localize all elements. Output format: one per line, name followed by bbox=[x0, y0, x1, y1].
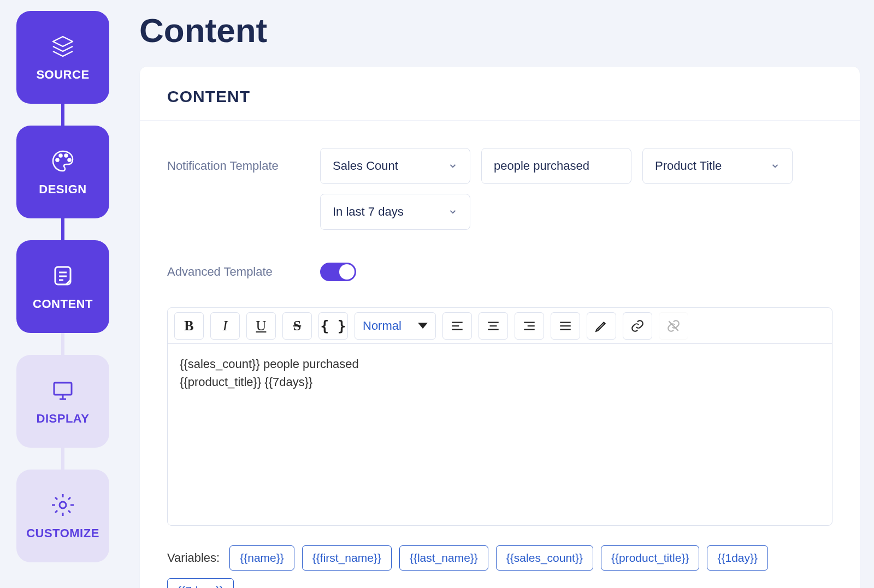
editor-toolbar: B I U S { } Normal bbox=[168, 308, 832, 344]
unlink-button bbox=[659, 312, 688, 340]
card-header: CONTENT bbox=[140, 67, 860, 121]
step-connector bbox=[61, 218, 64, 240]
align-center-button[interactable] bbox=[479, 312, 508, 340]
card-header-title: CONTENT bbox=[167, 87, 832, 106]
step-connector bbox=[61, 448, 64, 470]
timeframe-select-value: In last 7 days bbox=[333, 205, 404, 219]
editor-line: {{sales_count}} people purchased bbox=[180, 355, 820, 373]
code-button[interactable]: { } bbox=[318, 312, 348, 340]
step-label: DISPLAY bbox=[37, 412, 90, 426]
subject-select[interactable]: Product Title bbox=[642, 148, 793, 184]
variable-tag[interactable]: {{name}} bbox=[229, 545, 294, 571]
svg-point-3 bbox=[65, 155, 68, 157]
template-select[interactable]: Sales Count bbox=[320, 148, 470, 184]
step-label: CONTENT bbox=[33, 297, 93, 311]
variables-row: Variables: {{name}} {{first_name}} {{las… bbox=[167, 545, 832, 588]
variable-tag[interactable]: {{sales_count}} bbox=[496, 545, 593, 571]
chevron-down-icon bbox=[770, 161, 780, 171]
toggle-knob bbox=[339, 264, 355, 280]
align-justify-button[interactable] bbox=[551, 312, 580, 340]
step-connector bbox=[61, 333, 64, 355]
svg-point-4 bbox=[68, 159, 71, 162]
step-sidebar: SOURCE DESIGN CONTENT bbox=[16, 11, 109, 562]
monitor-icon bbox=[49, 377, 76, 404]
text-style-select[interactable]: Normal bbox=[355, 312, 436, 340]
step-label: SOURCE bbox=[36, 68, 89, 82]
variables-label: Variables: bbox=[167, 551, 220, 565]
main-content: Content CONTENT Notification Template Sa… bbox=[139, 11, 874, 588]
svg-point-1 bbox=[56, 159, 59, 162]
variable-tag[interactable]: {{7days}} bbox=[167, 578, 234, 588]
step-label: CUSTOMIZE bbox=[26, 526, 99, 541]
advanced-template-row: Advanced Template bbox=[140, 230, 860, 281]
rich-text-editor: B I U S { } Normal bbox=[167, 307, 832, 526]
verb-input-value: people purchased bbox=[494, 159, 589, 173]
svg-marker-0 bbox=[53, 37, 73, 46]
notification-template-label: Notification Template bbox=[167, 159, 309, 173]
step-label: DESIGN bbox=[39, 182, 86, 197]
gear-icon bbox=[49, 491, 76, 519]
content-card: CONTENT Notification Template Sales Coun… bbox=[139, 66, 860, 588]
text-style-value: Normal bbox=[363, 319, 401, 333]
variable-tag[interactable]: {{first_name}} bbox=[302, 545, 392, 571]
underline-button[interactable]: U bbox=[246, 312, 276, 340]
template-select-value: Sales Count bbox=[333, 159, 398, 173]
step-connector bbox=[61, 104, 64, 126]
step-design[interactable]: DESIGN bbox=[16, 126, 109, 218]
svg-point-12 bbox=[60, 502, 66, 508]
step-customize[interactable]: CUSTOMIZE bbox=[16, 470, 109, 562]
layers-icon bbox=[49, 33, 76, 60]
align-right-button[interactable] bbox=[515, 312, 544, 340]
subject-select-value: Product Title bbox=[655, 159, 722, 173]
document-icon bbox=[49, 262, 76, 289]
step-content[interactable]: CONTENT bbox=[16, 240, 109, 333]
editor-body[interactable]: {{sales_count}} people purchased {{produ… bbox=[168, 344, 832, 525]
color-button[interactable] bbox=[587, 312, 616, 340]
timeframe-row: In last 7 days bbox=[140, 184, 860, 230]
editor-line: {{product_title}} {{7days}} bbox=[180, 373, 820, 391]
advanced-template-toggle[interactable] bbox=[320, 263, 356, 281]
align-left-button[interactable] bbox=[442, 312, 472, 340]
strikethrough-button[interactable]: S bbox=[282, 312, 312, 340]
page-title: Content bbox=[139, 11, 874, 50]
timeframe-select[interactable]: In last 7 days bbox=[320, 194, 470, 230]
svg-point-2 bbox=[60, 155, 62, 157]
variable-tag[interactable]: {{last_name}} bbox=[399, 545, 488, 571]
link-button[interactable] bbox=[623, 312, 652, 340]
palette-icon bbox=[49, 147, 76, 175]
variable-tag[interactable]: {{product_title}} bbox=[601, 545, 699, 571]
chevron-down-icon bbox=[448, 207, 458, 217]
advanced-template-label: Advanced Template bbox=[167, 265, 309, 279]
caret-down-icon bbox=[418, 323, 428, 329]
verb-input[interactable]: people purchased bbox=[481, 148, 631, 184]
step-source[interactable]: SOURCE bbox=[16, 11, 109, 104]
notification-template-row: Notification Template Sales Count people… bbox=[140, 121, 860, 184]
step-display[interactable]: DISPLAY bbox=[16, 355, 109, 448]
italic-button[interactable]: I bbox=[210, 312, 240, 340]
variable-tag[interactable]: {{1day}} bbox=[707, 545, 768, 571]
chevron-down-icon bbox=[448, 161, 458, 171]
svg-rect-9 bbox=[54, 383, 72, 395]
bold-button[interactable]: B bbox=[174, 312, 204, 340]
